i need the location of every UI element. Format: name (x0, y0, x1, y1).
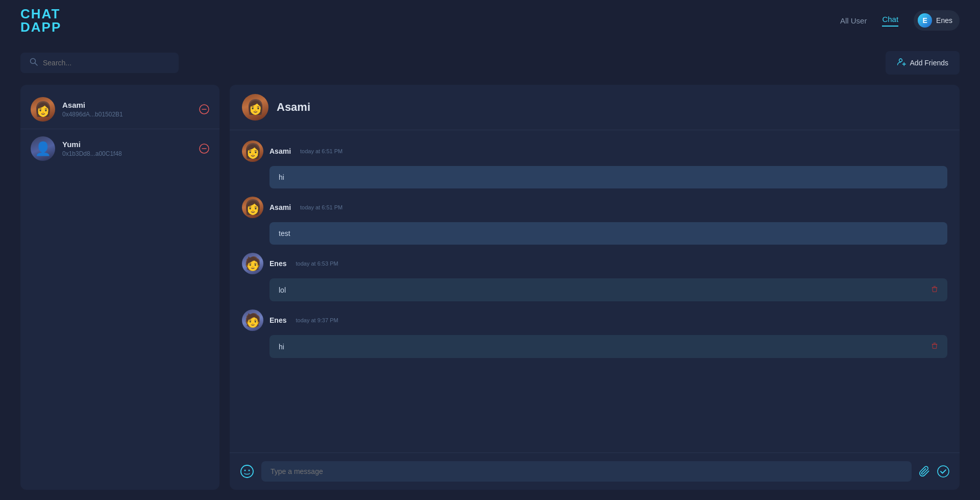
svg-point-14 (244, 470, 246, 471)
message-sender-2: Asami (270, 203, 291, 211)
top-bar: Add Friends (20, 51, 960, 75)
svg-rect-12 (934, 343, 936, 343)
friend-address-asami: 0x4896dA...b01502B1 (62, 111, 199, 118)
user-avatar (918, 13, 932, 28)
friend-item-asami[interactable]: Asami 0x4896dA...b01502B1 (20, 90, 219, 129)
friends-panel: Asami 0x4896dA...b01502B1 Yumi 0x1b3Dd8.… (20, 85, 219, 490)
friend-name-yumi: Yumi (62, 140, 199, 149)
message-avatar-1 (242, 140, 263, 162)
add-friends-button[interactable]: Add Friends (886, 51, 960, 75)
message-text-1: hi (279, 173, 284, 181)
message-avatar-3 (242, 253, 263, 274)
message-sender-4: Enes (270, 316, 286, 324)
delete-message-3[interactable] (931, 285, 938, 294)
header: CHAT DAPP All User Chat Enes (0, 0, 980, 41)
message-text-4: hi (279, 343, 284, 351)
friend-remove-asami[interactable] (199, 104, 209, 114)
add-friends-icon (897, 57, 906, 68)
message-group-1: Asami today at 6:51 PM hi (242, 140, 947, 188)
message-text-2: test (279, 229, 290, 237)
emoji-button[interactable] (240, 464, 254, 479)
svg-point-2 (899, 59, 902, 62)
chat-header-avatar (242, 94, 268, 121)
svg-point-13 (241, 465, 253, 478)
message-time-4: today at 9:37 PM (296, 317, 338, 323)
message-input[interactable] (261, 461, 912, 482)
friend-address-yumi: 0x1b3Dd8...a00C1f48 (62, 150, 199, 157)
delete-message-4[interactable] (931, 342, 938, 351)
logo-line1: CHAT (20, 7, 61, 20)
search-box (20, 53, 179, 73)
messages-area: Asami today at 6:51 PM hi Asami today at… (230, 130, 960, 453)
add-friends-label: Add Friends (910, 59, 948, 67)
main-content: Add Friends Asami 0x4896dA...b01502B1 (0, 41, 980, 500)
svg-rect-9 (932, 288, 938, 288)
friend-avatar-yumi (31, 136, 55, 161)
svg-point-16 (938, 466, 949, 477)
message-time-3: today at 6:53 PM (296, 260, 338, 267)
nav-chat[interactable]: Chat (882, 15, 898, 27)
user-badge[interactable]: Enes (914, 10, 960, 31)
message-bubble-2: test (270, 222, 947, 245)
message-sender-3: Enes (270, 259, 286, 268)
svg-line-1 (35, 63, 38, 66)
user-name-label: Enes (936, 16, 952, 25)
chat-panel: Asami Asami today at 6:51 PM hi (230, 85, 960, 490)
message-sender-row-3: Enes today at 6:53 PM (242, 253, 947, 274)
message-group-2: Asami today at 6:51 PM test (242, 197, 947, 245)
friend-info-yumi: Yumi 0x1b3Dd8...a00C1f48 (62, 140, 199, 157)
message-group-4: Enes today at 9:37 PM hi (242, 309, 947, 358)
logo: CHAT DAPP (20, 7, 61, 34)
header-nav: All User Chat Enes (840, 10, 960, 31)
message-sender-row-2: Asami today at 6:51 PM (242, 197, 947, 218)
message-bubble-3: lol (270, 278, 947, 301)
search-icon (30, 58, 38, 68)
logo-line2: DAPP (20, 20, 61, 34)
message-sender-row-1: Asami today at 6:51 PM (242, 140, 947, 162)
svg-point-15 (249, 470, 250, 471)
message-bubble-4: hi (270, 335, 947, 358)
search-input[interactable] (43, 59, 169, 67)
message-avatar-2 (242, 197, 263, 218)
message-group-3: Enes today at 6:53 PM lol (242, 253, 947, 301)
message-text-3: lol (279, 286, 286, 294)
send-button[interactable] (937, 465, 949, 478)
svg-rect-11 (932, 344, 938, 345)
message-sender-1: Asami (270, 147, 291, 155)
svg-rect-10 (934, 286, 936, 287)
message-avatar-4 (242, 309, 263, 331)
message-bubble-1: hi (270, 166, 947, 188)
chat-header: Asami (230, 85, 960, 130)
friend-item-yumi[interactable]: Yumi 0x1b3Dd8...a00C1f48 (20, 129, 219, 168)
friend-avatar-asami (31, 97, 55, 122)
nav-all-users[interactable]: All User (840, 16, 867, 25)
message-sender-row-4: Enes today at 9:37 PM (242, 309, 947, 331)
message-time-2: today at 6:51 PM (300, 204, 342, 210)
message-input-row (230, 453, 960, 490)
friend-remove-yumi[interactable] (199, 144, 209, 154)
content-area: Asami 0x4896dA...b01502B1 Yumi 0x1b3Dd8.… (20, 85, 960, 490)
friend-info-asami: Asami 0x4896dA...b01502B1 (62, 101, 199, 118)
chat-header-name: Asami (277, 101, 310, 114)
friend-name-asami: Asami (62, 101, 199, 109)
message-time-1: today at 6:51 PM (300, 148, 342, 154)
attach-button[interactable] (919, 466, 930, 477)
